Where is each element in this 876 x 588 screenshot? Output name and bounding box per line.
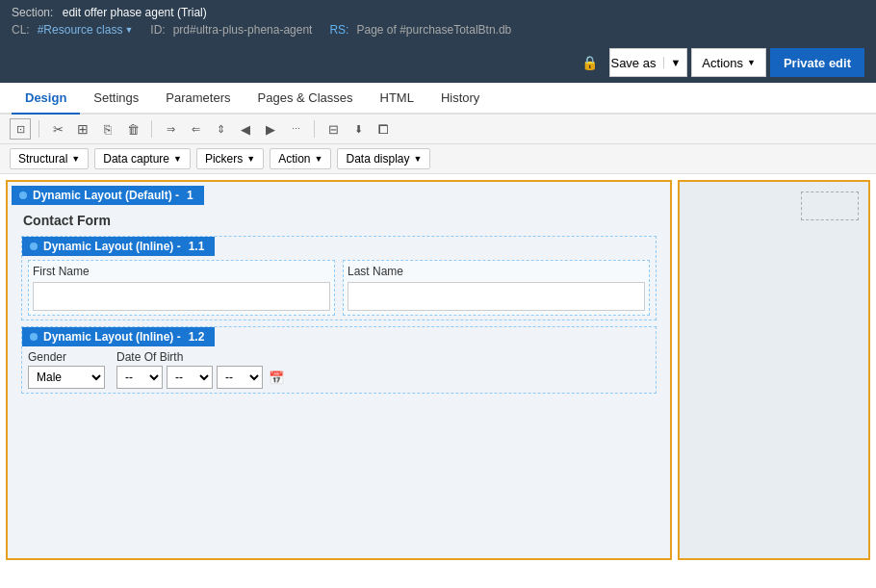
bottom-area: The body of the section Section customiz… bbox=[0, 566, 876, 588]
align-icon[interactable]: ⇕ bbox=[210, 118, 231, 140]
structural-chevron-icon: ▼ bbox=[71, 154, 80, 164]
first-name-label: First Name bbox=[33, 265, 330, 278]
gender-label: Gender bbox=[28, 350, 105, 364]
dynamic-layout-header-1-1: Dynamic Layout (Inline) - 1.1 bbox=[22, 237, 215, 256]
toolbar-sep-2 bbox=[151, 120, 152, 138]
add-icon[interactable]: ⊞ bbox=[72, 118, 93, 140]
dynamic-layout-header-1: Dynamic Layout (Default) - 1 bbox=[12, 186, 204, 205]
datacapture-chevron-icon: ▼ bbox=[173, 154, 182, 164]
dob-label: Date Of Birth bbox=[116, 350, 286, 364]
gender-dob-row: Gender Male Female Other Date Of Birth bbox=[22, 346, 656, 393]
actions-button[interactable]: Actions ▼ bbox=[691, 48, 766, 77]
toolbar-sep-1 bbox=[39, 120, 39, 138]
palette-bar: Structural ▼ Data capture ▼ Pickers ▼ Ac… bbox=[0, 144, 876, 174]
cl-value: #Resource class ▼ bbox=[38, 23, 134, 37]
layout-dot-icon-1-2 bbox=[30, 333, 38, 341]
copy-icon[interactable]: ⎘ bbox=[97, 118, 118, 140]
action-bar: 🔒 Save as ▼ Actions ▼ Private edit bbox=[0, 42, 876, 83]
tab-pages-classes[interactable]: Pages & Classes bbox=[245, 83, 367, 115]
section-label: Section: bbox=[12, 6, 53, 19]
dob-day-select[interactable]: -- bbox=[116, 366, 163, 389]
next-icon[interactable]: ▶ bbox=[260, 118, 281, 140]
dob-field-container: Date Of Birth -- -- -- bbox=[116, 350, 286, 389]
dynamic-layout-inline-1: Dynamic Layout (Inline) - 1.1 First Name… bbox=[21, 236, 657, 320]
dots-icon[interactable]: ⋯ bbox=[285, 118, 306, 140]
columns-icon[interactable]: ⧠ bbox=[373, 118, 394, 140]
action-chevron-icon: ▼ bbox=[315, 154, 323, 164]
toolbar-sep-3 bbox=[314, 120, 315, 138]
pickers-chevron-icon: ▼ bbox=[246, 154, 255, 164]
datadisplay-chevron-icon: ▼ bbox=[414, 154, 423, 164]
lock-icon: 🔒 bbox=[581, 55, 598, 70]
move-left-icon[interactable]: ⇐ bbox=[185, 118, 206, 140]
calendar-icon[interactable]: 📅 bbox=[267, 369, 286, 387]
right-panel bbox=[678, 180, 870, 560]
layout-dot-icon-1-1 bbox=[30, 243, 38, 250]
main-area: Dynamic Layout (Default) - 1 Contact For… bbox=[0, 174, 876, 566]
contact-form-section: Contact Form Dynamic Layout (Inline) - 1… bbox=[12, 205, 666, 401]
dob-selects: -- -- -- 📅 bbox=[116, 366, 286, 389]
cl-chevron-icon[interactable]: ▼ bbox=[124, 25, 133, 35]
gender-field-container: Gender Male Female Other bbox=[28, 350, 105, 389]
palette-structural[interactable]: Structural ▼ bbox=[10, 148, 89, 169]
palette-pickers[interactable]: Pickers ▼ bbox=[196, 148, 264, 169]
dynamic-layout-inline-2: Dynamic Layout (Inline) - 1.2 Gender Mal… bbox=[21, 326, 657, 394]
layout-dot-icon bbox=[19, 192, 27, 199]
palette-datadisplay[interactable]: Data display ▼ bbox=[337, 148, 430, 169]
contact-form-label: Contact Form bbox=[17, 209, 660, 232]
tab-parameters[interactable]: Parameters bbox=[152, 83, 244, 115]
id-value: prd#ultra-plus-phena-agent bbox=[173, 23, 313, 37]
first-name-field: First Name bbox=[28, 260, 335, 316]
palette-action[interactable]: Action ▼ bbox=[270, 148, 331, 169]
section-value: edit offer phase agent (Trial) bbox=[63, 6, 207, 19]
rs-value: Page of #purchaseTotalBtn.db bbox=[356, 23, 511, 37]
right-panel-placeholder bbox=[801, 192, 859, 220]
gender-select[interactable]: Male Female Other bbox=[28, 366, 105, 389]
tab-history[interactable]: History bbox=[427, 83, 493, 115]
tab-design[interactable]: Design bbox=[12, 83, 80, 115]
tabs-bar: Design Settings Parameters Pages & Class… bbox=[0, 83, 876, 115]
saveas-dropdown-button[interactable]: ▼ bbox=[663, 57, 686, 68]
rs-label: RS: bbox=[329, 23, 348, 37]
last-name-input[interactable] bbox=[348, 282, 645, 311]
name-fields-row: First Name Last Name bbox=[22, 256, 656, 320]
private-edit-button[interactable]: Private edit bbox=[770, 48, 864, 77]
select-icon[interactable]: ⊡ bbox=[10, 118, 31, 140]
design-canvas[interactable]: Dynamic Layout (Default) - 1 Contact For… bbox=[6, 180, 672, 560]
actions-chevron-icon: ▼ bbox=[747, 58, 756, 67]
cl-label: CL: bbox=[12, 23, 30, 37]
cut-icon[interactable]: ✂ bbox=[47, 118, 68, 140]
move-right-icon[interactable]: ⇒ bbox=[160, 118, 181, 140]
first-name-input[interactable] bbox=[33, 282, 330, 311]
dob-month-select[interactable]: -- bbox=[167, 366, 213, 389]
toolbar: ⊡ ✂ ⊞ ⎘ 🗑 ⇒ ⇐ ⇕ ◀ ▶ ⋯ ⊟ ⬇ ⧠ bbox=[0, 115, 876, 144]
tab-html[interactable]: HTML bbox=[367, 83, 427, 115]
saveas-button[interactable]: Save as bbox=[610, 56, 663, 70]
tab-settings[interactable]: Settings bbox=[80, 83, 152, 115]
palette-datacapture[interactable]: Data capture ▼ bbox=[94, 148, 191, 169]
section-title-row: Section: edit offer phase agent (Trial) bbox=[12, 6, 864, 19]
dynamic-layout-default: Dynamic Layout (Default) - 1 Contact For… bbox=[12, 186, 666, 401]
layout-icon[interactable]: ⊟ bbox=[322, 118, 344, 140]
last-name-label: Last Name bbox=[348, 265, 645, 278]
download-icon[interactable]: ⬇ bbox=[348, 118, 369, 140]
header-bar: Section: edit offer phase agent (Trial) … bbox=[0, 0, 876, 42]
id-label: ID: bbox=[150, 23, 165, 37]
prev-icon[interactable]: ◀ bbox=[235, 118, 256, 140]
dynamic-layout-header-1-2: Dynamic Layout (Inline) - 1.2 bbox=[22, 327, 215, 346]
dob-year-select[interactable]: -- bbox=[217, 366, 263, 389]
last-name-field: Last Name bbox=[343, 260, 650, 316]
saveas-group: Save as ▼ bbox=[609, 48, 687, 77]
delete-icon[interactable]: 🗑 bbox=[122, 118, 143, 140]
header-meta-row: CL: #Resource class ▼ ID: prd#ultra-plus… bbox=[12, 23, 864, 37]
